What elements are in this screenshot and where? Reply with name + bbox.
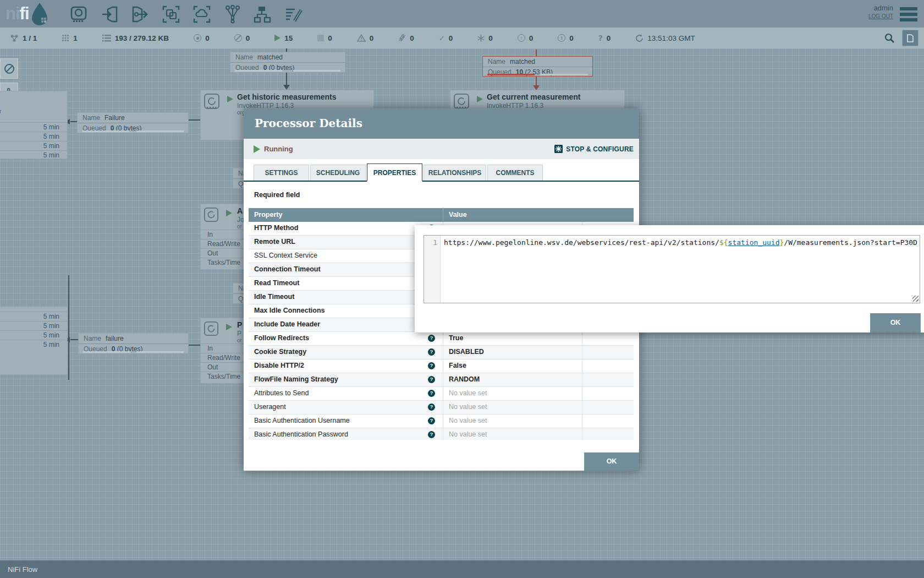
- refresh-icon[interactable]: [635, 34, 644, 42]
- running-icon: [274, 35, 280, 41]
- processor-clipped-left-top[interactable]: r 5 min5 min5 min5 min: [0, 91, 68, 159]
- tab-comments[interactable]: COMMENTS: [487, 165, 543, 181]
- help-icon[interactable]: ?: [428, 376, 435, 383]
- property-row[interactable]: Disable HTTP/2?False: [249, 359, 634, 373]
- nifi-logo-text: nifi: [6, 4, 29, 24]
- tab-relationships[interactable]: RELATIONSHIPS: [424, 165, 486, 181]
- tab-scheduling[interactable]: SCHEDULING: [310, 165, 366, 181]
- property-name-cell: HTTP Method?: [249, 222, 443, 235]
- process-group-icon[interactable]: [162, 5, 180, 24]
- connection-label-alert[interactable]: Namematched Queued10 (2.53 KB): [482, 56, 593, 77]
- tab-settings[interactable]: SETTINGS: [254, 165, 309, 181]
- property-row[interactable]: Cookie Strategy?DISABLED: [249, 346, 634, 359]
- property-value[interactable]: RANDOM: [443, 373, 582, 386]
- input-port-icon[interactable]: [100, 5, 119, 24]
- label-icon[interactable]: [284, 5, 302, 24]
- editor-gutter: 1: [424, 236, 441, 303]
- queued-icon: [102, 35, 111, 42]
- breadcrumb[interactable]: NiFi Flow: [8, 565, 37, 574]
- editor-ok-button[interactable]: OK: [870, 313, 921, 332]
- property-value[interactable]: False: [443, 359, 582, 373]
- resize-grip[interactable]: [912, 296, 919, 302]
- property-name-cell: Basic Authentication Username?: [249, 415, 443, 428]
- property-row[interactable]: Useragent?No value set: [249, 401, 634, 415]
- property-value[interactable]: No value set: [443, 387, 582, 400]
- running-indicator-icon: [226, 210, 232, 216]
- connection-label[interactable]: Namematched Queued0 (0 bytes): [230, 52, 345, 73]
- property-name-cell: Cookie Strategy?: [249, 346, 443, 359]
- app-header: nifi: [0, 0, 924, 28]
- help-icon[interactable]: ?: [428, 348, 435, 356]
- last-refreshed: 13:51:03 GMT: [635, 34, 695, 42]
- value-editor[interactable]: 1 https://www.pegelonline.wsv.de/webserv…: [424, 235, 920, 303]
- property-name: Attributes to Send: [254, 389, 309, 397]
- processor-stat: 5 min: [0, 132, 67, 141]
- property-name-cell: FlowFile Naming Strategy?: [249, 373, 443, 386]
- tab-properties[interactable]: PROPERTIES: [367, 163, 422, 182]
- locally-modified-stale-icon: !: [558, 34, 565, 42]
- editor-code-line[interactable]: https://www.pegelonline.wsv.de/webservic…: [444, 238, 919, 302]
- template-icon[interactable]: [253, 5, 272, 24]
- output-port-icon[interactable]: [131, 5, 150, 24]
- processor-type-icon: [204, 94, 219, 109]
- stop-configure-icon: [554, 145, 563, 153]
- thread-count: 1: [73, 34, 78, 42]
- canvas-action-button[interactable]: [902, 30, 919, 46]
- property-extra-cell: [582, 401, 634, 414]
- stopped-icon: [317, 35, 324, 41]
- property-extra-cell: [582, 346, 634, 359]
- property-name-cell: Include Date Header?: [249, 318, 443, 331]
- property-row[interactable]: Basic Authentication Password?No value s…: [249, 428, 634, 440]
- help-icon[interactable]: ?: [428, 390, 435, 397]
- property-name: Basic Authentication Password: [254, 430, 348, 438]
- column-value: Value: [443, 208, 582, 222]
- help-icon[interactable]: ?: [428, 362, 435, 369]
- processor-type-icon: [204, 208, 218, 222]
- processor-stats: 5 min5 min5 min5 min: [0, 312, 67, 349]
- status-transmitting: 0: [194, 34, 210, 42]
- status-queued: 193 / 279.12 KB: [102, 34, 169, 42]
- connection-name-label: Name: [235, 53, 253, 61]
- help-icon[interactable]: ?: [428, 431, 435, 438]
- dialog-header: Processor Details: [244, 108, 639, 139]
- queue-indicator: [136, 130, 184, 132]
- funnel-icon[interactable]: [223, 5, 242, 24]
- property-value[interactable]: No value set: [443, 401, 582, 414]
- property-row[interactable]: FlowFile Naming Strategy?RANDOM: [249, 373, 634, 387]
- property-extra-cell: [582, 332, 634, 345]
- transmitting-icon: [194, 34, 201, 42]
- help-icon[interactable]: ?: [428, 417, 435, 424]
- logout-link[interactable]: LOG OUT: [868, 12, 893, 20]
- search-icon[interactable]: [884, 33, 894, 43]
- connection-name: matched: [257, 53, 283, 61]
- property-value[interactable]: True: [443, 332, 582, 345]
- processor-icon[interactable]: [69, 5, 88, 24]
- breadcrumb-bar: NiFi Flow: [0, 560, 924, 578]
- property-value[interactable]: No value set: [443, 428, 582, 440]
- connection-label[interactable]: NameFailure Queued0 (0 bytes): [77, 112, 189, 133]
- connection-line: [189, 345, 201, 346]
- remote-process-group-icon[interactable]: [193, 5, 211, 24]
- property-value[interactable]: No value set: [443, 415, 582, 428]
- edge-button-ban[interactable]: [0, 58, 18, 79]
- property-value[interactable]: DISABLED: [443, 346, 582, 359]
- property-name: HTTP Method: [254, 224, 298, 232]
- property-extra-cell: [582, 387, 634, 400]
- property-row[interactable]: Attributes to Send?No value set: [249, 387, 634, 401]
- processor-clipped-left-bottom[interactable]: 5 min5 min5 min5 min: [0, 307, 68, 375]
- property-name: FlowFile Naming Strategy: [254, 375, 338, 383]
- connection-line: [286, 73, 287, 85]
- processor-title: Get current measurement: [487, 92, 580, 101]
- disabled-count: 0: [410, 34, 414, 42]
- property-row[interactable]: Follow Redirects?True: [249, 332, 634, 346]
- help-icon[interactable]: ?: [428, 403, 435, 411]
- connection-label[interactable]: Namefailure Queued0 (0 bytes): [78, 333, 189, 354]
- dialog-ok-button[interactable]: OK: [584, 452, 639, 471]
- global-menu-icon[interactable]: [900, 7, 917, 21]
- stop-and-configure-button[interactable]: STOP & CONFIGURE: [554, 145, 634, 153]
- line-number: 1: [433, 238, 437, 247]
- processor-stat: 5 min: [0, 312, 67, 321]
- help-icon[interactable]: ?: [428, 335, 435, 342]
- property-name: Cookie Strategy: [254, 348, 306, 356]
- property-row[interactable]: Basic Authentication Username?No value s…: [249, 415, 634, 428]
